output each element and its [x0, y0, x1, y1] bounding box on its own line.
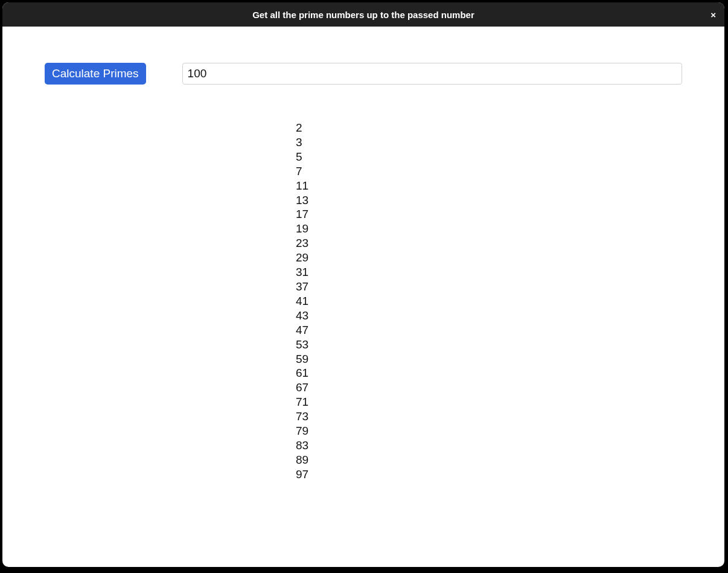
- prime-item: 7: [296, 164, 302, 179]
- prime-item: 3: [296, 135, 302, 150]
- prime-item: 23: [296, 236, 308, 251]
- prime-item: 11: [296, 179, 308, 193]
- titlebar: Get all the prime numbers up to the pass…: [2, 2, 724, 27]
- window-title: Get all the prime numbers up to the pass…: [252, 10, 474, 20]
- controls-row: Calculate Primes: [45, 63, 682, 85]
- prime-item: 29: [296, 251, 308, 265]
- prime-item: 13: [296, 193, 308, 208]
- prime-item: 79: [296, 424, 308, 438]
- prime-item: 61: [296, 366, 308, 380]
- prime-item: 67: [296, 380, 308, 395]
- prime-item: 71: [296, 395, 308, 409]
- app-window: Get all the prime numbers up to the pass…: [2, 2, 724, 567]
- prime-item: 17: [296, 207, 308, 222]
- number-input[interactable]: [182, 63, 682, 85]
- prime-item: 2: [296, 121, 302, 135]
- results-list: 2357111317192329313741434753596167717379…: [45, 121, 682, 482]
- prime-item: 89: [296, 453, 308, 467]
- close-icon[interactable]: ×: [710, 10, 716, 19]
- prime-item: 73: [296, 409, 308, 424]
- prime-item: 41: [296, 294, 308, 309]
- prime-item: 83: [296, 438, 308, 453]
- prime-item: 47: [296, 323, 308, 338]
- content-area: Calculate Primes 23571113171923293137414…: [2, 27, 724, 567]
- prime-item: 53: [296, 338, 308, 352]
- calculate-primes-button[interactable]: Calculate Primes: [45, 63, 146, 85]
- prime-item: 37: [296, 280, 308, 294]
- prime-item: 59: [296, 352, 308, 367]
- prime-item: 31: [296, 265, 308, 280]
- prime-item: 43: [296, 309, 308, 323]
- prime-item: 19: [296, 222, 308, 236]
- prime-item: 5: [296, 150, 302, 164]
- prime-item: 97: [296, 467, 308, 482]
